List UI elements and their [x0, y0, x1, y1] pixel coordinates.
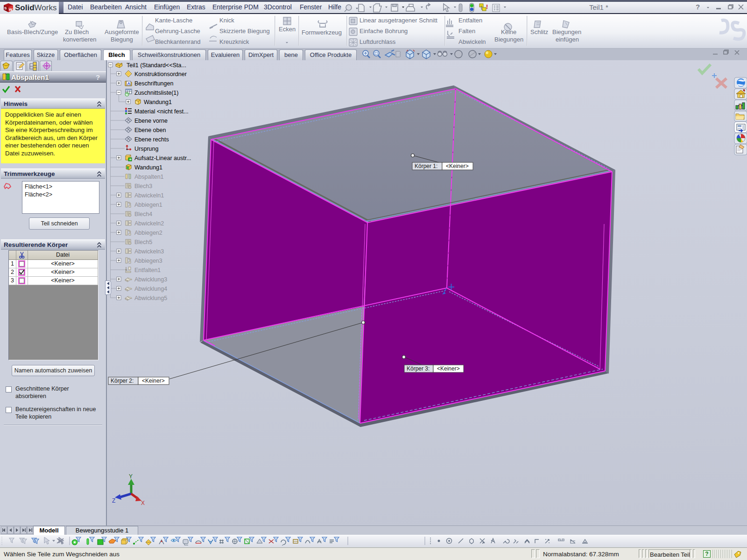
svg-text:Konstruktionsordner: Konstruktionsordner: [134, 71, 187, 77]
svg-text:Abwickeln2: Abwickeln2: [134, 220, 164, 227]
svg-text:Abwicklung5: Abwicklung5: [134, 295, 167, 301]
svg-text:Abwicklung3: Abwicklung3: [134, 276, 167, 283]
svg-text:<Keiner>: <Keiner>: [437, 365, 460, 372]
svg-text:Z: Z: [112, 497, 115, 504]
svg-text:<Keiner>: <Keiner>: [142, 378, 165, 384]
svg-text:Material <nicht fest...: Material <nicht fest...: [134, 108, 189, 115]
svg-text:Abbiegen2: Abbiegen2: [134, 230, 162, 236]
svg-text:Abwickeln1: Abwickeln1: [134, 192, 164, 199]
svg-text:Körper 2:: Körper 2:: [111, 378, 134, 384]
svg-text:S: S: [4, 6, 7, 10]
svg-text:<Keiner>: <Keiner>: [446, 163, 469, 169]
svg-text:Beschriftungen: Beschriftungen: [134, 80, 173, 87]
svg-text:Wandung1: Wandung1: [134, 164, 162, 171]
svg-text:Teil1 (Standard<<Sta...: Teil1 (Standard<<Sta...: [127, 62, 186, 69]
svg-text:Abbiegen1: Abbiegen1: [134, 202, 162, 208]
svg-text:SolidWorks: SolidWorks: [15, 3, 56, 12]
svg-text:Zuschnittsliste(1): Zuschnittsliste(1): [134, 90, 178, 96]
svg-text:Ebene rechts: Ebene rechts: [134, 136, 169, 143]
svg-text:Körper 1:: Körper 1:: [415, 163, 437, 169]
svg-text:Abbiegen3: Abbiegen3: [134, 258, 162, 264]
svg-text:Abwickeln3: Abwickeln3: [134, 248, 164, 255]
svg-text:W: W: [9, 7, 13, 12]
svg-text:Entfalten1: Entfalten1: [134, 267, 161, 273]
svg-text:Körper 3:: Körper 3:: [407, 365, 430, 372]
svg-text:Abspalten1: Abspalten1: [134, 174, 164, 180]
svg-text:Ursprung: Ursprung: [134, 146, 158, 152]
svg-text:Blech3: Blech3: [134, 183, 152, 189]
svg-text:Blech5: Blech5: [134, 239, 152, 245]
svg-text:X: X: [141, 500, 145, 506]
svg-text:Y: Y: [129, 473, 133, 480]
svg-text:Wandung1: Wandung1: [144, 99, 172, 105]
svg-text:Ebene vorne: Ebene vorne: [134, 118, 168, 124]
svg-text:!: !: [486, 3, 488, 10]
svg-text:Ebene oben: Ebene oben: [134, 127, 166, 133]
svg-text:Abwicklung4: Abwicklung4: [134, 286, 167, 292]
svg-text:Blech4: Blech4: [134, 211, 152, 217]
svg-text:Aufsatz-Linear austr...: Aufsatz-Linear austr...: [134, 155, 191, 161]
